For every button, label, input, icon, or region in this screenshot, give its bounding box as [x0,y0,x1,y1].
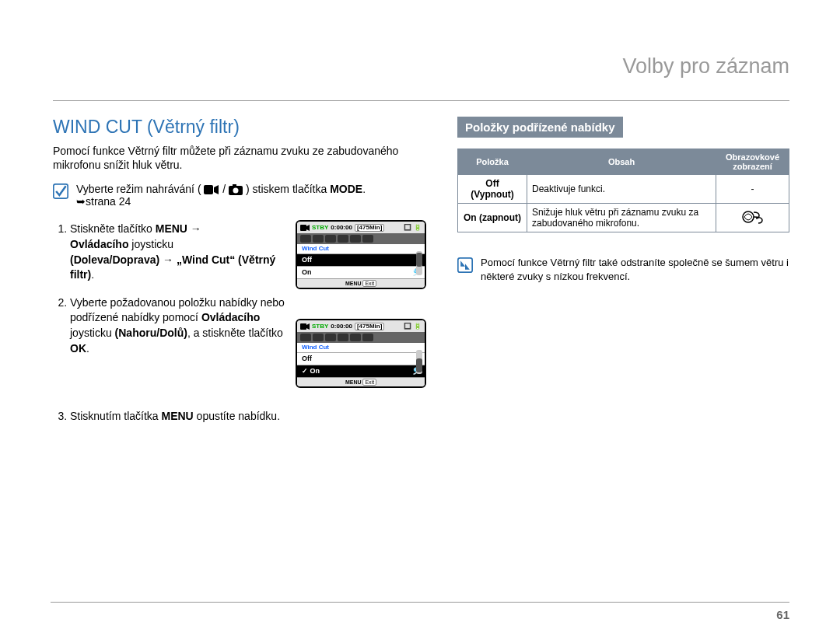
t: MENU [156,222,187,235]
cell-off-icon: - [716,175,789,204]
t: (Doleva/Doprava) → „Wind Cut“ (Větrný fi… [70,253,275,281]
stby: STBY [312,225,328,231]
section-title: Volby pro záznam [53,54,789,79]
video-icon [204,184,219,195]
th-content: Obsah [527,149,716,175]
svg-point-3 [233,188,239,194]
step-3: Stisknutím tlačítka MENU opustíte nabídk… [70,409,418,452]
mode-word: MODE [330,183,362,195]
svg-rect-4 [233,184,236,187]
wind-cut-icon [742,208,764,225]
mode-text-before: Vyberte režim nahrávání ( [76,183,201,195]
t: (Nahoru/Dolů) [115,327,187,339]
slash: / [222,183,229,195]
page-number: 61 [776,608,789,621]
stby: STBY [312,323,328,330]
t: OK [70,342,86,355]
check-icon [53,183,68,199]
t: joysticku [70,327,115,339]
rec-icon [300,323,310,330]
t: Ovládacího [201,311,260,323]
cell-on-desc: Snižuje hluk větru při záznamu zvuku za … [527,204,716,232]
mode-page-ref: ➥strana 24 [76,195,131,208]
bottom-rule [51,602,789,603]
table-row: Off (Vypnout) Deaktivuje funkci. - [458,175,789,204]
t: → [187,222,201,235]
svg-rect-5 [300,225,306,231]
svg-rect-1 [204,185,213,194]
t: , a stiskněte tlačítko [187,327,283,339]
wc-label: Wind Cut [297,244,425,253]
rec-icon [300,224,310,232]
mode-text-after: ) stiskem tlačítka [246,183,330,195]
intro-text: Pomocí funkce Větrný filtr můžete při zá… [53,144,418,172]
cell-off-desc: Deaktivuje funkci. [527,175,716,204]
screenshot-off-selected: STBY0:00:00[475Min]🔲🔋 Wind Cut Off On🎐 M… [296,220,426,289]
mins: [475Min] [355,323,384,330]
t: opustíte nabídku. [194,410,280,422]
mode-instruction: Vyberte režim nahrávání ( / ) stiskem tl… [53,183,418,208]
step-2: Vyberte požadovanou položku nabídky nebo… [70,295,418,397]
row-off: Off [297,253,425,266]
t: Stiskněte tlačítko [70,222,156,235]
f: MENU [345,379,362,385]
cell-on-icon [716,204,789,232]
time: 0:00:00 [331,323,352,330]
note-text: Pomocí funkce Větrný filtr také odstraní… [481,256,789,283]
t: joysticku [128,238,173,250]
th-display: Obrazovkové zobrazení [716,149,789,175]
note: Pomocí funkce Větrný filtr také odstraní… [457,256,789,283]
th-item: Položka [458,149,527,175]
f: Exit [362,379,376,386]
right-column: Položky podřízené nabídky Položka Obsah … [457,117,789,464]
t: Stisknutím tlačítka [70,410,161,422]
step-1: Stiskněte tlačítko MENU → Ovládacího joy… [70,222,418,282]
cell-off: Off (Vypnout) [458,175,527,204]
f: MENU [345,281,362,286]
row-off: Off [297,352,425,365]
note-icon [457,257,473,273]
left-column: WIND CUT (Větrný filtr) Pomocí funkce Vě… [53,117,418,464]
t: Ovládacího [70,238,128,250]
heading-wind-cut: WIND CUT (Větrný filtr) [53,117,418,138]
svg-rect-6 [300,323,306,330]
wc-label: Wind Cut [297,343,425,352]
time: 0:00:00 [331,225,352,231]
camera-icon [229,184,243,195]
mins: [475Min] [355,224,384,232]
t: MENU [161,410,193,422]
row-on: On🎐 [297,365,425,377]
page: Volby pro záznam WIND CUT (Větrný filtr)… [0,0,840,643]
submenu-items-heading: Položky podřízené nabídky [457,117,623,138]
screenshot-on-selected: STBY0:00:00[475Min]🔲🔋 Wind Cut Off On🎐 M… [296,319,426,388]
options-table: Položka Obsah Obrazovkové zobrazení Off … [457,149,789,232]
top-rule [53,100,789,101]
table-row: On (zapnout) Snižuje hluk větru při zázn… [458,204,789,232]
row-on: On🎐 [297,266,425,278]
f: Exit [362,280,376,287]
steps-list: Stiskněte tlačítko MENU → Ovládacího joy… [53,222,418,451]
cell-on: On (zapnout) [458,204,527,232]
